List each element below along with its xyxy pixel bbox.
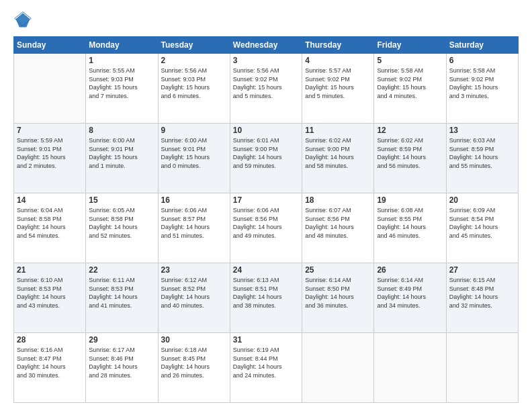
header <box>13 11 519 30</box>
day-number: 16 <box>161 195 227 205</box>
day-number: 24 <box>233 265 299 275</box>
calendar-day-cell: 29Sunrise: 6:17 AM Sunset: 8:46 PM Dayli… <box>86 333 158 403</box>
day-info: Sunrise: 6:14 AM Sunset: 8:49 PM Dayligh… <box>377 276 443 310</box>
day-number: 26 <box>377 265 443 275</box>
day-info: Sunrise: 5:57 AM Sunset: 9:02 PM Dayligh… <box>305 66 371 100</box>
day-number: 23 <box>161 265 227 275</box>
calendar-day-cell: 20Sunrise: 6:09 AM Sunset: 8:54 PM Dayli… <box>446 193 518 263</box>
day-number: 7 <box>17 126 83 135</box>
logo-icon <box>13 11 32 30</box>
day-number: 20 <box>449 195 515 205</box>
calendar-day-cell: 18Sunrise: 6:07 AM Sunset: 8:56 PM Dayli… <box>302 193 374 263</box>
calendar-day-cell: 16Sunrise: 6:06 AM Sunset: 8:57 PM Dayli… <box>158 193 230 263</box>
calendar-day-cell <box>374 333 446 403</box>
day-info: Sunrise: 6:00 AM Sunset: 9:01 PM Dayligh… <box>161 136 227 170</box>
day-number: 13 <box>449 126 515 135</box>
day-number: 9 <box>161 126 227 135</box>
calendar-day-cell: 15Sunrise: 6:05 AM Sunset: 8:58 PM Dayli… <box>86 193 158 263</box>
calendar-day-cell: 22Sunrise: 6:11 AM Sunset: 8:53 PM Dayli… <box>86 263 158 333</box>
calendar-day-cell: 12Sunrise: 6:02 AM Sunset: 8:59 PM Dayli… <box>374 124 446 193</box>
calendar-day-cell <box>14 54 86 124</box>
day-info: Sunrise: 6:06 AM Sunset: 8:57 PM Dayligh… <box>161 206 227 240</box>
day-number: 27 <box>449 265 515 275</box>
day-number: 22 <box>89 265 154 275</box>
day-number: 15 <box>89 195 154 205</box>
day-number: 28 <box>17 335 83 345</box>
calendar-day-cell: 21Sunrise: 6:10 AM Sunset: 8:53 PM Dayli… <box>14 263 86 333</box>
calendar-day-cell <box>302 333 374 403</box>
day-number: 4 <box>305 56 371 65</box>
calendar-day-cell: 30Sunrise: 6:18 AM Sunset: 8:45 PM Dayli… <box>158 333 230 403</box>
day-info: Sunrise: 6:02 AM Sunset: 8:59 PM Dayligh… <box>377 136 443 170</box>
day-info: Sunrise: 6:10 AM Sunset: 8:53 PM Dayligh… <box>17 276 83 310</box>
calendar-day-cell <box>446 333 518 403</box>
calendar-day-cell: 10Sunrise: 6:01 AM Sunset: 9:00 PM Dayli… <box>230 124 302 193</box>
day-number: 5 <box>377 56 443 65</box>
day-number: 8 <box>89 126 154 135</box>
day-number: 30 <box>161 335 227 345</box>
calendar-day-cell: 17Sunrise: 6:06 AM Sunset: 8:56 PM Dayli… <box>230 193 302 263</box>
calendar-day-cell: 24Sunrise: 6:13 AM Sunset: 8:51 PM Dayli… <box>230 263 302 333</box>
day-info: Sunrise: 5:59 AM Sunset: 9:01 PM Dayligh… <box>17 136 83 170</box>
day-info: Sunrise: 6:13 AM Sunset: 8:51 PM Dayligh… <box>233 276 299 310</box>
calendar-week-row: 7Sunrise: 5:59 AM Sunset: 9:01 PM Daylig… <box>14 124 519 193</box>
calendar-week-row: 28Sunrise: 6:16 AM Sunset: 8:47 PM Dayli… <box>14 333 519 403</box>
day-info: Sunrise: 6:03 AM Sunset: 8:59 PM Dayligh… <box>449 136 515 170</box>
day-number: 29 <box>89 335 154 345</box>
day-info: Sunrise: 6:09 AM Sunset: 8:54 PM Dayligh… <box>449 206 515 240</box>
day-info: Sunrise: 6:15 AM Sunset: 8:48 PM Dayligh… <box>449 276 515 310</box>
calendar-day-cell: 5Sunrise: 5:58 AM Sunset: 9:02 PM Daylig… <box>374 54 446 124</box>
day-number: 12 <box>377 126 443 135</box>
day-info: Sunrise: 6:16 AM Sunset: 8:47 PM Dayligh… <box>17 346 83 379</box>
day-number: 3 <box>233 56 299 65</box>
day-number: 31 <box>233 335 299 345</box>
calendar-header-tuesday: Tuesday <box>158 37 230 54</box>
day-info: Sunrise: 6:04 AM Sunset: 8:58 PM Dayligh… <box>17 206 83 240</box>
calendar-day-cell: 8Sunrise: 6:00 AM Sunset: 9:01 PM Daylig… <box>86 124 158 193</box>
calendar-day-cell: 31Sunrise: 6:19 AM Sunset: 8:44 PM Dayli… <box>230 333 302 403</box>
day-info: Sunrise: 5:58 AM Sunset: 9:02 PM Dayligh… <box>377 66 443 100</box>
day-number: 21 <box>17 265 83 275</box>
calendar-day-cell: 6Sunrise: 5:58 AM Sunset: 9:02 PM Daylig… <box>446 54 518 124</box>
day-info: Sunrise: 6:00 AM Sunset: 9:01 PM Dayligh… <box>89 136 154 170</box>
day-info: Sunrise: 5:56 AM Sunset: 9:03 PM Dayligh… <box>161 66 227 100</box>
day-info: Sunrise: 6:01 AM Sunset: 9:00 PM Dayligh… <box>233 136 299 170</box>
day-info: Sunrise: 6:06 AM Sunset: 8:56 PM Dayligh… <box>233 206 299 240</box>
day-number: 17 <box>233 195 299 205</box>
day-info: Sunrise: 6:18 AM Sunset: 8:45 PM Dayligh… <box>161 346 227 379</box>
day-info: Sunrise: 6:07 AM Sunset: 8:56 PM Dayligh… <box>305 206 371 240</box>
calendar-day-cell: 3Sunrise: 5:56 AM Sunset: 9:02 PM Daylig… <box>230 54 302 124</box>
day-info: Sunrise: 6:08 AM Sunset: 8:55 PM Dayligh… <box>377 206 443 240</box>
calendar-day-cell: 19Sunrise: 6:08 AM Sunset: 8:55 PM Dayli… <box>374 193 446 263</box>
day-number: 10 <box>233 126 299 135</box>
day-number: 2 <box>161 56 227 65</box>
calendar-day-cell: 23Sunrise: 6:12 AM Sunset: 8:52 PM Dayli… <box>158 263 230 333</box>
day-number: 11 <box>305 126 371 135</box>
calendar-day-cell: 25Sunrise: 6:14 AM Sunset: 8:50 PM Dayli… <box>302 263 374 333</box>
calendar-day-cell: 28Sunrise: 6:16 AM Sunset: 8:47 PM Dayli… <box>14 333 86 403</box>
calendar-day-cell: 1Sunrise: 5:55 AM Sunset: 9:03 PM Daylig… <box>86 54 158 124</box>
day-number: 18 <box>305 195 371 205</box>
day-info: Sunrise: 6:05 AM Sunset: 8:58 PM Dayligh… <box>89 206 154 240</box>
day-number: 1 <box>89 56 154 65</box>
day-number: 6 <box>449 56 515 65</box>
page: SundayMondayTuesdayWednesdayThursdayFrid… <box>0 0 532 411</box>
calendar-day-cell: 27Sunrise: 6:15 AM Sunset: 8:48 PM Dayli… <box>446 263 518 333</box>
day-info: Sunrise: 6:19 AM Sunset: 8:44 PM Dayligh… <box>233 346 299 379</box>
calendar-day-cell: 7Sunrise: 5:59 AM Sunset: 9:01 PM Daylig… <box>14 124 86 193</box>
calendar-day-cell: 11Sunrise: 6:02 AM Sunset: 9:00 PM Dayli… <box>302 124 374 193</box>
svg-marker-0 <box>16 13 30 28</box>
calendar-header-monday: Monday <box>86 37 158 54</box>
day-info: Sunrise: 5:55 AM Sunset: 9:03 PM Dayligh… <box>89 66 154 100</box>
calendar-header-friday: Friday <box>374 37 446 54</box>
calendar-day-cell: 2Sunrise: 5:56 AM Sunset: 9:03 PM Daylig… <box>158 54 230 124</box>
day-info: Sunrise: 6:12 AM Sunset: 8:52 PM Dayligh… <box>161 276 227 310</box>
calendar-day-cell: 13Sunrise: 6:03 AM Sunset: 8:59 PM Dayli… <box>446 124 518 193</box>
logo <box>13 11 35 30</box>
day-number: 19 <box>377 195 443 205</box>
day-number: 25 <box>305 265 371 275</box>
day-number: 14 <box>17 195 83 205</box>
day-info: Sunrise: 5:58 AM Sunset: 9:02 PM Dayligh… <box>449 66 515 100</box>
day-info: Sunrise: 5:56 AM Sunset: 9:02 PM Dayligh… <box>233 66 299 100</box>
calendar-header-thursday: Thursday <box>302 37 374 54</box>
